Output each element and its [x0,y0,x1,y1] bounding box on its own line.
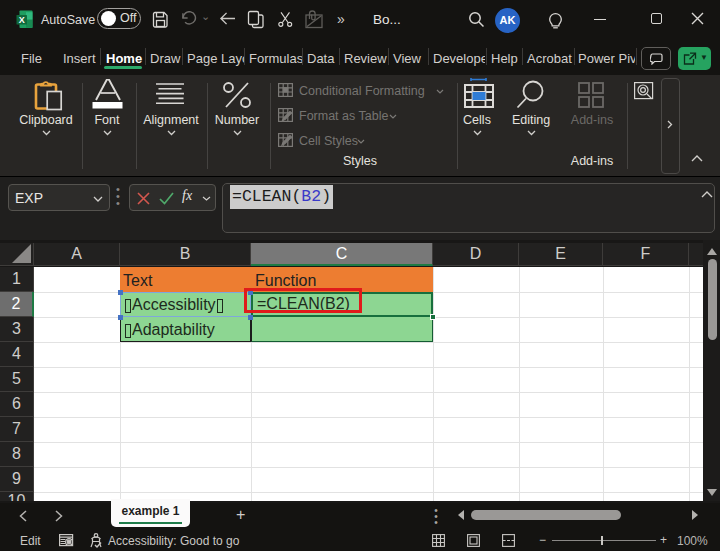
svg-text:X: X [19,15,25,25]
